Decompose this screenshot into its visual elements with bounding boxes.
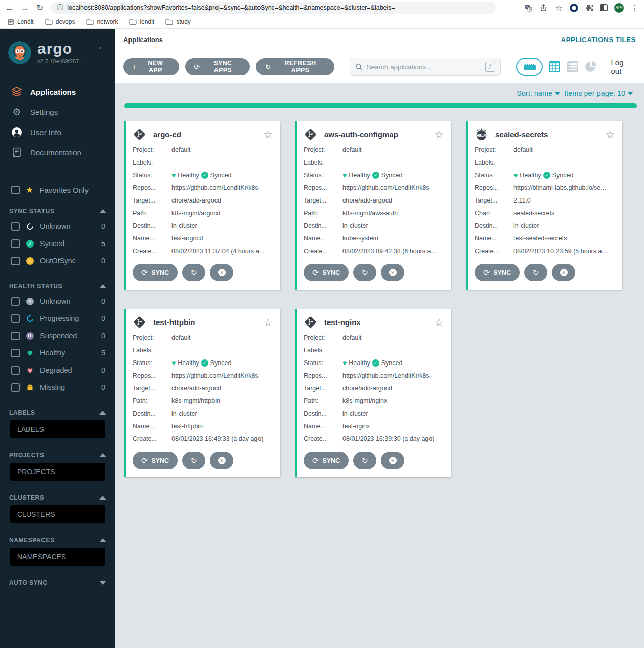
- search-input[interactable]: [367, 63, 481, 71]
- checkbox[interactable]: [11, 297, 20, 306]
- summary-pie-icon[interactable]: [585, 61, 596, 72]
- card-sync-button[interactable]: ⟳ SYNC: [304, 452, 349, 469]
- translate-icon[interactable]: aA: [524, 4, 533, 12]
- application-card[interactable]: argo-cd ☆ Project:default Labels: Status…: [124, 122, 280, 290]
- checkbox[interactable]: [11, 257, 20, 265]
- extensions-puzzle-icon[interactable]: [585, 4, 593, 12]
- bookmark-folder[interactable]: devops: [45, 18, 75, 25]
- filter-health-missing[interactable]: Missing 0: [0, 379, 115, 396]
- checkbox[interactable]: [11, 349, 20, 357]
- favorite-star-icon[interactable]: ☆: [434, 317, 444, 328]
- card-sync-button[interactable]: ⟳ SYNC: [133, 264, 178, 281]
- favorite-star-icon[interactable]: ☆: [263, 129, 273, 140]
- items-per-page-dropdown[interactable]: Items per page: 10: [564, 89, 635, 97]
- filter-health-healthy[interactable]: Healthy 5: [0, 344, 115, 361]
- checkbox[interactable]: [11, 314, 20, 323]
- collapse-down-icon[interactable]: [99, 581, 106, 585]
- search-box[interactable]: /: [350, 58, 501, 76]
- card-delete-button[interactable]: ✕: [552, 264, 575, 281]
- card-sync-button[interactable]: ⟳ SYNC: [304, 264, 349, 281]
- card-refresh-button[interactable]: ↻: [182, 452, 205, 469]
- card-sync-button[interactable]: ⟳ SYNC: [133, 452, 178, 469]
- sync-status-label[interactable]: Synced: [381, 172, 403, 179]
- sync-status-label[interactable]: Synced: [210, 172, 232, 179]
- labels-section-header[interactable]: LABELS: [9, 409, 106, 416]
- card-delete-button[interactable]: ✕: [381, 264, 404, 281]
- favorite-star-icon[interactable]: ☆: [263, 317, 273, 328]
- sidebar-item-applications[interactable]: Applications: [0, 82, 115, 102]
- collapse-up-icon[interactable]: [99, 411, 106, 415]
- health-status-label[interactable]: Healthy: [349, 359, 370, 367]
- card-refresh-button[interactable]: ↻: [353, 264, 376, 281]
- clusters-filter-input[interactable]: [10, 505, 105, 523]
- compact-view-toggle[interactable]: [516, 58, 543, 76]
- refresh-apps-button[interactable]: ↻ REFRESH APPS: [256, 58, 334, 75]
- bookmark-item[interactable]: Lendit: [7, 18, 34, 25]
- browser-menu-icon[interactable]: ⋮: [630, 4, 639, 12]
- browser-back-icon[interactable]: ←: [5, 4, 14, 12]
- address-bar[interactable]: ⓘ localhost:8080/applications?showFavori…: [51, 2, 496, 14]
- bookmark-folder[interactable]: study: [165, 18, 191, 25]
- browser-forward-icon[interactable]: →: [21, 4, 29, 12]
- application-card[interactable]: aws-auth-configmap ☆ Project:default Lab…: [295, 122, 451, 290]
- tiles-view-icon[interactable]: [549, 61, 560, 72]
- collapse-up-icon[interactable]: [99, 538, 106, 542]
- card-refresh-button[interactable]: ↻: [353, 452, 376, 469]
- profile-avatar[interactable]: 세환: [614, 3, 624, 13]
- checkbox[interactable]: [11, 366, 20, 375]
- sidebar-item-documentation[interactable]: Documentation: [0, 142, 115, 163]
- favorite-star-icon[interactable]: ☆: [434, 129, 444, 140]
- sync-status-section-header[interactable]: SYNC STATUS: [9, 208, 106, 215]
- filter-health-degraded[interactable]: Degraded 0: [0, 361, 115, 379]
- health-status-label[interactable]: Healthy: [520, 172, 541, 179]
- filter-health-progressing[interactable]: Progressing 0: [0, 310, 115, 327]
- list-view-icon[interactable]: [567, 61, 578, 72]
- card-refresh-button[interactable]: ↻: [524, 264, 547, 281]
- namespaces-filter-input[interactable]: [10, 548, 105, 566]
- collapse-up-icon[interactable]: [99, 209, 106, 213]
- checkbox[interactable]: [11, 239, 20, 248]
- projects-filter-input[interactable]: [10, 463, 105, 481]
- sync-status-label[interactable]: Synced: [210, 359, 232, 367]
- side-panel-icon[interactable]: [600, 4, 608, 11]
- auto-sync-section-header[interactable]: AUTO SYNC: [9, 579, 106, 586]
- sidebar-collapse-icon[interactable]: ←: [97, 41, 107, 64]
- projects-section-header[interactable]: PROJECTS: [9, 452, 106, 459]
- bookmark-star-icon[interactable]: ☆: [554, 4, 563, 12]
- new-app-button[interactable]: + NEW APP: [123, 58, 179, 75]
- filter-health-suspended[interactable]: Suspended 0: [0, 327, 115, 344]
- application-card[interactable]: test-nginx ☆ Project:default Labels: Sta…: [295, 309, 451, 477]
- sidebar-item-settings[interactable]: ⚙ Settings: [0, 102, 115, 122]
- browser-reload-icon[interactable]: ↻: [36, 4, 44, 12]
- labels-filter-input[interactable]: [10, 420, 105, 438]
- card-delete-button[interactable]: ✕: [210, 264, 233, 281]
- filter-health-unknown[interactable]: ? Unknown 0: [0, 293, 115, 310]
- sync-status-label[interactable]: Synced: [381, 359, 403, 367]
- collapse-up-icon[interactable]: [99, 284, 106, 288]
- clusters-section-header[interactable]: CLUSTERS: [9, 494, 106, 501]
- card-refresh-button[interactable]: ↻: [182, 264, 205, 281]
- card-sync-button[interactable]: ⟳ SYNC: [475, 264, 520, 281]
- sidebar-item-user-info[interactable]: User Info: [0, 122, 115, 142]
- checkbox[interactable]: [11, 383, 20, 392]
- favorites-only-filter[interactable]: ★ Favorites Only: [11, 186, 107, 194]
- application-card[interactable]: HELM sealed-secrets ☆ Project:default La…: [466, 122, 622, 290]
- sort-dropdown[interactable]: Sort: name: [517, 89, 562, 97]
- filter-sync-synced[interactable]: ✓ Synced 5: [0, 235, 115, 252]
- health-status-label[interactable]: Healthy: [178, 172, 199, 179]
- collapse-up-icon[interactable]: [99, 496, 106, 500]
- bookmark-folder[interactable]: lendit: [129, 18, 154, 25]
- card-delete-button[interactable]: ✕: [381, 452, 404, 469]
- collapse-up-icon[interactable]: [99, 453, 106, 457]
- view-title[interactable]: APPLICATIONS TILES: [561, 36, 636, 44]
- filter-sync-unknown[interactable]: Unknown 0: [0, 218, 115, 235]
- namespaces-section-header[interactable]: NAMESPACES: [9, 537, 106, 544]
- bookmark-folder[interactable]: network: [86, 18, 118, 25]
- health-status-section-header[interactable]: HEALTH STATUS: [9, 282, 106, 290]
- site-info-icon[interactable]: ⓘ: [57, 3, 63, 12]
- favorite-star-icon[interactable]: ☆: [605, 129, 615, 140]
- share-icon[interactable]: [539, 4, 548, 12]
- sync-apps-button[interactable]: ⟳ SYNC APPS: [185, 58, 250, 75]
- sync-status-label[interactable]: Synced: [552, 172, 574, 179]
- favorites-checkbox[interactable]: [11, 186, 20, 194]
